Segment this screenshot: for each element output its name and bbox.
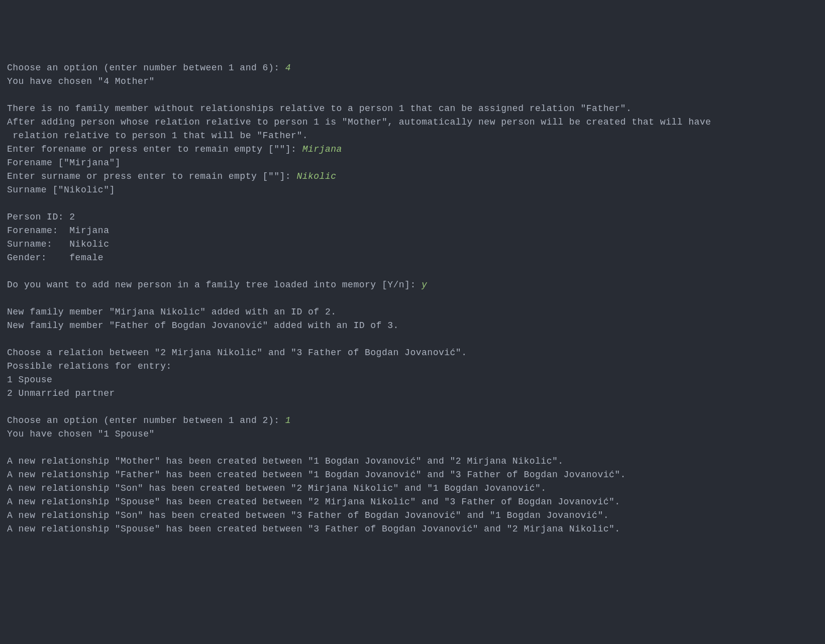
- terminal-line: [7, 88, 818, 102]
- output-text: New family member "Father of Bogdan Jova…: [7, 320, 399, 331]
- prompt-text: Enter surname or press enter to remain e…: [7, 171, 296, 181]
- output-text: Surname: Nikolic: [7, 239, 109, 249]
- terminal-line: 1 Spouse: [7, 373, 818, 387]
- terminal-line: Forename ["Mirjana"]: [7, 156, 818, 170]
- prompt-text: Choose an option (enter number between 1…: [7, 415, 285, 425]
- terminal-line: Enter forename or press enter to remain …: [7, 143, 818, 156]
- terminal-line: A new relationship "Spouse" has been cre…: [7, 522, 818, 536]
- output-text: Person ID: 2: [7, 212, 75, 222]
- terminal-line: You have chosen "4 Mother": [7, 75, 818, 88]
- terminal-line: Forename: Mirjana: [7, 224, 818, 238]
- prompt-text: Enter forename or press enter to remain …: [7, 144, 302, 154]
- terminal-line: [7, 265, 818, 278]
- output-text: After adding person whose relation relat…: [7, 117, 711, 127]
- terminal-line: [7, 400, 818, 414]
- terminal-line: [7, 197, 818, 210]
- output-text: A new relationship "Mother" has been cre…: [7, 456, 564, 466]
- output-text: A new relationship "Father" has been cre…: [7, 470, 626, 480]
- terminal-line: Person ID: 2: [7, 210, 818, 224]
- output-text: Possible relations for entry:: [7, 361, 172, 371]
- output-text: A new relationship "Spouse" has been cre…: [7, 524, 621, 534]
- output-text: New family member "Mirjana Nikolic" adde…: [7, 307, 337, 317]
- terminal-line: Possible relations for entry:: [7, 360, 818, 373]
- terminal-line: Surname ["Nikolic"]: [7, 183, 818, 197]
- terminal-line: [7, 441, 818, 455]
- terminal-line: A new relationship "Son" has been create…: [7, 482, 818, 495]
- terminal-output: Choose an option (enter number between 1…: [7, 61, 818, 536]
- prompt-text: Do you want to add new person in a famil…: [7, 280, 422, 290]
- output-text: There is no family member without relati…: [7, 103, 632, 114]
- user-input-text: 1: [285, 415, 291, 425]
- terminal-line: relation relative to person 1 that will …: [7, 129, 818, 143]
- prompt-text: Choose an option (enter number between 1…: [7, 63, 285, 73]
- output-text: A new relationship "Son" has been create…: [7, 510, 609, 520]
- output-text: Surname ["Nikolic"]: [7, 185, 115, 195]
- output-text: A new relationship "Spouse" has been cre…: [7, 497, 621, 507]
- terminal-line: There is no family member without relati…: [7, 102, 818, 116]
- terminal-line: Surname: Nikolic: [7, 238, 818, 251]
- terminal-line: Gender: female: [7, 251, 818, 265]
- terminal-line: New family member "Father of Bogdan Jova…: [7, 319, 818, 333]
- output-text: Choose a relation between "2 Mirjana Nik…: [7, 348, 467, 358]
- output-text: You have chosen "4 Mother": [7, 76, 155, 86]
- user-input-text: y: [422, 280, 427, 290]
- output-text: You have chosen "1 Spouse": [7, 429, 155, 439]
- terminal-line: Choose an option (enter number between 1…: [7, 61, 818, 75]
- terminal-line: Do you want to add new person in a famil…: [7, 278, 818, 292]
- terminal-line: After adding person whose relation relat…: [7, 116, 818, 129]
- terminal-line: [7, 292, 818, 305]
- output-text: 2 Unmarried partner: [7, 388, 115, 398]
- user-input-text: 4: [285, 63, 291, 73]
- terminal-line: New family member "Mirjana Nikolic" adde…: [7, 305, 818, 319]
- terminal-line: Enter surname or press enter to remain e…: [7, 170, 818, 183]
- terminal-line: 2 Unmarried partner: [7, 387, 818, 400]
- output-text: Forename: Mirjana: [7, 226, 109, 236]
- terminal-line: A new relationship "Spouse" has been cre…: [7, 495, 818, 509]
- output-text: Forename ["Mirjana"]: [7, 158, 121, 168]
- user-input-text: Mirjana: [302, 144, 342, 154]
- terminal-line: Choose an option (enter number between 1…: [7, 414, 818, 427]
- terminal-line: You have chosen "1 Spouse": [7, 427, 818, 441]
- terminal-line: A new relationship "Son" has been create…: [7, 509, 818, 522]
- output-text: Gender: female: [7, 253, 104, 263]
- user-input-text: Nikolic: [296, 171, 336, 181]
- output-text: A new relationship "Son" has been create…: [7, 483, 547, 493]
- terminal-line: A new relationship "Mother" has been cre…: [7, 455, 818, 468]
- output-text: relation relative to person 1 that will …: [7, 131, 308, 141]
- terminal-line: A new relationship "Father" has been cre…: [7, 468, 818, 482]
- output-text: 1 Spouse: [7, 375, 52, 385]
- terminal-line: [7, 333, 818, 346]
- terminal-line: Choose a relation between "2 Mirjana Nik…: [7, 346, 818, 360]
